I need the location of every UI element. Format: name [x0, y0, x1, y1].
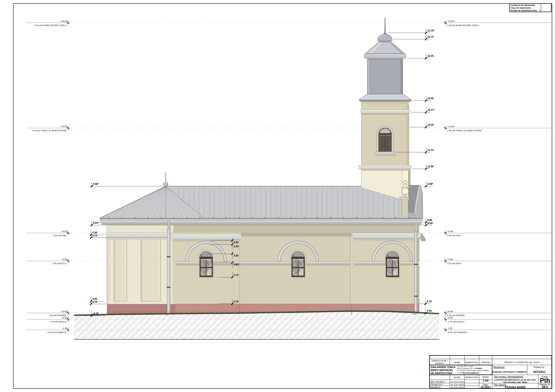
svg-text:0.70: 0.70	[427, 300, 432, 303]
svg-text:Scara:: Scara:	[482, 376, 489, 378]
svg-text:EXPERT: EXPERT	[435, 362, 444, 364]
svg-text:arh. Dan TONCA: arh. Dan TONCA	[451, 386, 465, 389]
svg-text:0.70: 0.70	[92, 300, 97, 303]
svg-text:4 PLAN TURLA SI INVELITOARE: 4 PLAN TURLA SI INVELITOARE	[32, 129, 66, 132]
svg-text:5.29: 5.29	[234, 245, 239, 248]
svg-text:Str. Sorin Titel nr. 8, ap.4,: Str. Sorin Titel nr. 8, ap.4,	[457, 365, 474, 367]
svg-text:NUME: NUME	[454, 376, 460, 378]
svg-text:-2 PLAN FUNDATII: -2 PLAN FUNDATII	[47, 331, 66, 334]
svg-text:SEMNĂTURA: SEMNĂTURA	[465, 361, 479, 363]
svg-text:3 PLAN POD: 3 PLAN POD	[53, 234, 66, 237]
svg-text:16.05: 16.05	[427, 97, 433, 100]
svg-text:Proiect nr.:: Proiect nr.:	[533, 366, 545, 369]
svg-text:-0.50: -0.50	[447, 316, 453, 319]
svg-text:007/2011: 007/2011	[533, 370, 545, 374]
svg-text:BIROU INDIVIDUAL: BIROU INDIVIDUAL	[431, 369, 453, 371]
svg-text:5.60: 5.60	[234, 241, 239, 244]
svg-text:4.50: 4.50	[234, 254, 239, 257]
svg-text:300230 Timisoara, RO, CIF:2618: 300230 Timisoara, RO, CIF:26186994	[457, 368, 482, 369]
svg-text:+3.94: +3.94	[61, 258, 67, 261]
svg-text:14.05: 14.05	[427, 123, 433, 126]
svg-text:-1 PLAN SOCLU: -1 PLAN SOCLU	[49, 320, 66, 323]
svg-text:20.70: 20.70	[427, 35, 433, 38]
svg-text:5.90: 5.90	[92, 231, 97, 234]
svg-text:12.14: 12.14	[427, 149, 433, 151]
svg-text:21.165: 21.165	[427, 29, 434, 32]
svg-text:2.70: 2.70	[234, 274, 239, 276]
svg-text:CERINŢA: CERINŢA	[481, 361, 490, 363]
svg-text:-2 PLAN FUNDATII: -2 PLAN FUNDATII	[447, 331, 467, 334]
svg-text:arh. Dan TONCA: arh. Dan TONCA	[451, 384, 465, 386]
svg-text:+6.05: +6.05	[447, 230, 453, 232]
svg-text:15.175: 15.175	[427, 109, 434, 111]
svg-text:e-mail: office.tonca@gmail.com: e-mail: office.tonca@gmail.com	[457, 372, 479, 374]
svg-text:6.86: 6.86	[427, 218, 432, 221]
svg-text:10.90: 10.90	[427, 165, 433, 168]
svg-text:VERIFICATOR /: VERIFICATOR /	[432, 359, 448, 362]
svg-text:tel: 004(0)372 949148, mobil:: tel: 004(0)372 949148, mobil: 004(0)726 …	[457, 370, 489, 371]
svg-text:arh. Dan TONCA: arh. Dan TONCA	[451, 381, 465, 383]
svg-text:3 PLAN POD: 3 PLAN POD	[447, 234, 461, 237]
svg-text:0.70: 0.70	[234, 300, 239, 303]
svg-text:2 PLAN ETAJ: 2 PLAN ETAJ	[52, 262, 66, 265]
svg-text:-1.30: -1.30	[62, 327, 67, 329]
svg-text:1:50: 1:50	[482, 379, 489, 382]
svg-text:Gradul de rezistenta la foc:: Gradul de rezistenta la foc:	[511, 9, 538, 12]
svg-text:ŞEF PROIECT: ŞEF PROIECT	[431, 380, 445, 383]
svg-text:5.70: 5.70	[92, 234, 97, 237]
svg-text:4 PLAN TURLA SI INVELITOARE: 4 PLAN TURLA SI INVELITOARE	[447, 129, 482, 132]
svg-text:2 PLAN ETAJ: 2 PLAN ETAJ	[447, 262, 461, 265]
svg-text:3: 3	[540, 7, 542, 9]
svg-text:NUME: NUME	[454, 361, 460, 363]
svg-text:10.2011: 10.2011	[481, 386, 491, 389]
svg-text:-1 PLAN SOCLU: -1 PLAN SOCLU	[447, 320, 464, 323]
svg-text:+22.00: +22.00	[60, 20, 67, 22]
svg-text:PAROHIA ORTODOXA CORNESTI: PAROHIA ORTODOXA CORNESTI	[493, 371, 527, 373]
svg-text:5 PLAN INVELITOARE TURLA: 5 PLAN INVELITOARE TURLA	[447, 24, 479, 27]
svg-text:Clasa de importanta:: Clasa de importanta:	[511, 7, 531, 9]
svg-text:0.90: 0.90	[92, 298, 97, 300]
svg-text:±0.00: ±0.00	[447, 310, 453, 313]
svg-text:5 PLAN INVELITOARE TURLA: 5 PLAN INVELITOARE TURLA	[35, 24, 66, 27]
svg-text:Sat Cornesti, Jud. Timis: Sat Cornesti, Jud. Timis	[503, 381, 527, 383]
svg-text:-0.19: -0.19	[93, 312, 98, 315]
svg-text:LUCRARI DE REPARATII LACAS DE: LUCRARI DE REPARATII LACAS DE CULT	[494, 379, 536, 381]
svg-text:SEMNĂTURA: SEMNĂTURA	[465, 376, 479, 378]
svg-text:+14.00: +14.00	[60, 125, 67, 128]
svg-text:DESENAT: DESENAT	[431, 386, 441, 389]
svg-text:C: C	[540, 4, 542, 6]
svg-text:Beneficiar:: Beneficiar:	[494, 366, 505, 369]
svg-text:Titlu proiect / Amplasament:: Titlu proiect / Amplasament:	[494, 375, 524, 378]
svg-text:DE ARHITECTURA: DE ARHITECTURA	[431, 372, 452, 375]
svg-text:0.00: 0.00	[427, 309, 432, 312]
svg-text:+6.05: +6.05	[61, 230, 67, 232]
svg-text:Categoria de importanta:: Categoria de importanta:	[511, 4, 535, 6]
svg-text:19.25: 19.25	[427, 54, 433, 57]
svg-text:+22.00: +22.00	[447, 20, 454, 22]
svg-text:+14.00: +14.00	[447, 125, 454, 128]
svg-text:08-A: 08-A	[542, 385, 548, 389]
svg-text:PROIECTAT: PROIECTAT	[431, 383, 443, 386]
svg-text:+3.94: +3.94	[447, 258, 453, 261]
svg-text:IV: IV	[540, 9, 542, 12]
svg-text:±0.00: ±0.00	[61, 310, 67, 313]
svg-text:-0.50: -0.50	[62, 316, 67, 319]
svg-text:DAN-ANDREI TONCA: DAN-ANDREI TONCA	[431, 366, 456, 369]
svg-text:REFERAT / EXPERTIZĂ NR./ DATA: REFERAT / EXPERTIZĂ NR./ DATA	[504, 361, 540, 363]
svg-text:FATADA NORD: FATADA NORD	[505, 386, 526, 389]
svg-text:-1.30: -1.30	[447, 327, 453, 329]
